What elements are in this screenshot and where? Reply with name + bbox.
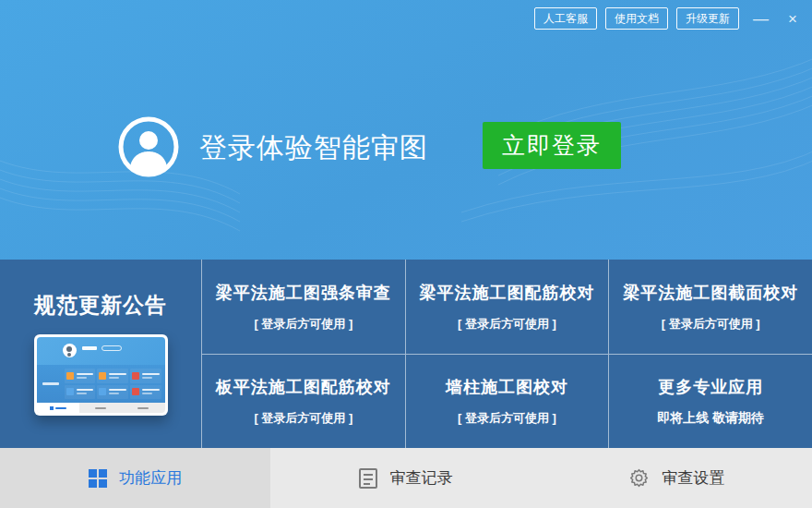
- announcement-title: 规范更新公告: [0, 291, 201, 320]
- thumbnail-item: [97, 369, 128, 383]
- feature-subtitle: [ 登录后方可使用 ]: [254, 316, 352, 333]
- feature-title: 梁平法施工图强条审查: [216, 282, 391, 304]
- feature-subtitle: 即将上线 敬请期待: [657, 410, 764, 427]
- avatar-icon: [118, 116, 179, 177]
- thumbnail-grid: [37, 365, 165, 403]
- tab-settings[interactable]: 审查设置: [542, 448, 812, 508]
- thumbnail-item: [130, 369, 161, 383]
- tab-records-label: 审查记录: [389, 467, 452, 489]
- tab-records[interactable]: 审查记录: [270, 448, 541, 508]
- feature-cell-beam-rebar-check[interactable]: 梁平法施工图配筋校对 [ 登录后方可使用 ]: [405, 260, 609, 354]
- thumbnail-item: [130, 385, 161, 400]
- feature-subtitle: [ 登录后方可使用 ]: [254, 410, 352, 427]
- feature-cell-more-apps[interactable]: 更多专业应用 即将上线 敬请期待: [608, 354, 812, 448]
- thumbnail-item: [97, 385, 128, 400]
- app-window: 人工客服 使用文档 升级更新 — × 登录体验智能审图 立即登录 规范更新公告: [0, 0, 812, 508]
- feature-cell-beam-strong-check[interactable]: 梁平法施工图强条审查 [ 登录后方可使用 ]: [201, 260, 405, 354]
- feature-grid: 梁平法施工图强条审查 [ 登录后方可使用 ] 梁平法施工图配筋校对 [ 登录后方…: [201, 260, 812, 448]
- thumbnail-hero: [37, 337, 165, 365]
- hero-title: 登录体验智能审图: [199, 129, 428, 167]
- feature-title: 更多专业应用: [658, 376, 763, 398]
- thumbnail-item: [65, 369, 96, 383]
- thumbnail-preview: [37, 337, 165, 413]
- thumbnail-tab: [79, 403, 122, 413]
- thumbnail-label: [37, 365, 65, 403]
- thumbnail-tabbar: [37, 403, 165, 413]
- feature-title: 墙柱施工图校对: [446, 376, 568, 398]
- minimize-button[interactable]: —: [747, 11, 774, 27]
- tab-settings-label: 审查设置: [662, 467, 724, 489]
- feature-subtitle: [ 登录后方可使用 ]: [458, 410, 556, 427]
- feature-cell-beam-section-check[interactable]: 梁平法施工图截面校对 [ 登录后方可使用 ]: [608, 260, 812, 354]
- tab-apps[interactable]: 功能应用: [0, 448, 270, 508]
- feature-cell-wall-column-check[interactable]: 墙柱施工图校对 [ 登录后方可使用 ]: [405, 354, 609, 448]
- feature-title: 梁平法施工图截面校对: [623, 282, 798, 304]
- update-button[interactable]: 升级更新: [676, 7, 739, 30]
- close-button[interactable]: ×: [782, 11, 803, 27]
- thumbnail-username: [82, 346, 97, 350]
- thumbnail-avatar-icon: [63, 344, 77, 357]
- thumbnail-badge: [102, 345, 122, 351]
- thumbnail-tab: [37, 403, 79, 413]
- titlebar: 人工客服 使用文档 升级更新 — ×: [534, 7, 803, 30]
- support-button[interactable]: 人工客服: [534, 7, 597, 30]
- feature-title: 板平法施工图配筋校对: [216, 376, 391, 398]
- login-button[interactable]: 立即登录: [483, 122, 621, 169]
- feature-subtitle: [ 登录后方可使用 ]: [458, 316, 556, 333]
- feature-cell-slab-rebar-check[interactable]: 板平法施工图配筋校对 [ 登录后方可使用 ]: [201, 354, 405, 448]
- docs-button[interactable]: 使用文档: [605, 7, 668, 30]
- thumbnail-tab: [122, 403, 164, 413]
- announcement-thumbnail[interactable]: [34, 334, 168, 416]
- announcement-panel: 规范更新公告: [0, 260, 201, 448]
- gear-icon: [628, 467, 650, 489]
- feature-subtitle: [ 登录后方可使用 ]: [662, 316, 760, 333]
- grid-icon: [89, 469, 107, 488]
- feature-section: 规范更新公告: [0, 260, 812, 448]
- bottom-tabbar: 功能应用 审查记录 审查设置: [0, 448, 812, 508]
- thumbnail-items: [65, 365, 165, 403]
- hero-section: 人工客服 使用文档 升级更新 — × 登录体验智能审图 立即登录: [0, 0, 812, 260]
- document-icon: [359, 468, 377, 489]
- feature-title: 梁平法施工图配筋校对: [419, 282, 594, 304]
- tab-apps-label: 功能应用: [119, 467, 182, 489]
- thumbnail-item: [65, 385, 96, 400]
